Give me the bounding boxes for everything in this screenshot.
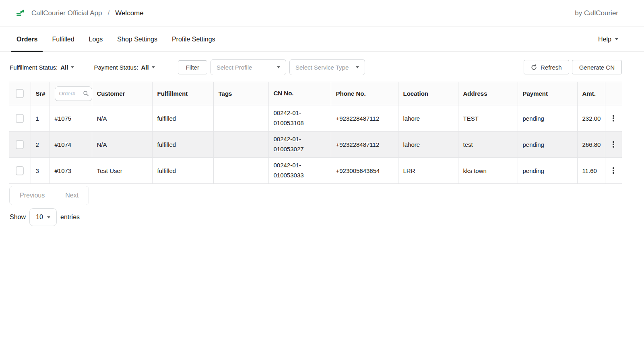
fulfillment-status-label: Fulfillment Status: (10, 64, 58, 71)
chevron-down-icon (71, 66, 74, 68)
cell-fulfillment: fulfilled (152, 158, 213, 184)
row-actions-kebab-icon[interactable] (610, 166, 617, 175)
cell-fulfillment: fulfilled (152, 132, 213, 158)
cell-customer: N/A (92, 105, 152, 132)
tab-profile-settings[interactable]: Profile Settings (167, 27, 221, 51)
generate-cn-label: Generate CN (579, 64, 615, 71)
tab-logs[interactable]: Logs (84, 27, 108, 51)
column-header-phone: Phone No. (331, 82, 398, 105)
column-header-location: Location (398, 82, 458, 105)
select-all-checkbox[interactable] (16, 89, 24, 98)
cell-sr: 3 (31, 158, 50, 184)
table-row: 2 #1074 N/A fulfilled 00242-01-010053027… (9, 132, 622, 158)
cell-customer: Test User (92, 158, 152, 184)
cell-order: #1074 (50, 132, 92, 158)
select-profile-placeholder: Select Profile (217, 64, 252, 71)
chevron-down-icon (152, 66, 155, 68)
cell-amt: 11.60 (577, 158, 605, 184)
cell-phone: +923228487112 (331, 132, 398, 158)
select-service-type-placeholder: Select Service Type (295, 64, 349, 71)
page-size-control: Show 10 entries (10, 208, 644, 226)
select-service-type-dropdown[interactable]: Select Service Type (289, 59, 365, 75)
table-actions: Refresh Generate CN (524, 60, 622, 74)
row-actions-kebab-icon[interactable] (610, 113, 617, 123)
tab-label: Profile Settings (172, 36, 215, 43)
next-button[interactable]: Next (55, 186, 89, 205)
refresh-icon (531, 64, 537, 70)
row-checkbox[interactable] (16, 166, 24, 175)
row-checkbox[interactable] (16, 114, 24, 123)
cell-cn: 00242-01-010053033 (268, 158, 331, 184)
previous-button[interactable]: Previous (10, 186, 55, 205)
cell-tags (213, 158, 268, 184)
page-size-value: 10 (36, 214, 43, 221)
column-header-cn: CN No. (268, 82, 331, 105)
cell-amt: 232.00 (577, 105, 605, 132)
tab-label: Shop Settings (117, 36, 157, 43)
tab-label: Logs (89, 36, 103, 43)
row-actions-kebab-icon[interactable] (610, 140, 617, 149)
cell-amt: 266.80 (577, 132, 605, 158)
column-header-address: Address (458, 82, 518, 105)
cell-address: TEST (458, 105, 518, 132)
entries-label: entries (60, 214, 80, 221)
breadcrumb-separator: / (107, 9, 109, 17)
cell-tags (213, 105, 268, 132)
fulfillment-status-filter[interactable]: Fulfillment Status: All (10, 64, 74, 71)
cell-customer: N/A (92, 132, 152, 158)
cell-address: kks town (458, 158, 518, 184)
chevron-down-icon (277, 66, 280, 68)
cell-order: #1073 (50, 158, 92, 184)
cell-cn: 00242-01-010053027 (268, 132, 331, 158)
order-search-input[interactable] (55, 86, 92, 101)
byline: by CallCourier (575, 9, 618, 17)
chevron-down-icon (356, 66, 359, 68)
orders-table: Sr# Customer Fulfillment Tags CN No. Pho… (9, 82, 622, 184)
tab-fulfilled[interactable]: Fulfilled (47, 27, 79, 51)
page-title: Welcome (115, 9, 144, 17)
tab-label: Fulfilled (52, 36, 74, 43)
table-row: 1 #1075 N/A fulfilled 00242-01-010053108… (9, 105, 622, 132)
filter-row: Fulfillment Status: All Payment Status: … (0, 52, 644, 81)
select-profile-dropdown[interactable]: Select Profile (211, 59, 286, 75)
payment-status-label: Payment Status: (94, 64, 138, 71)
filter-button[interactable]: Filter (178, 60, 207, 74)
cell-payment: pending (518, 158, 577, 184)
cell-location: lahore (398, 105, 458, 132)
cell-payment: pending (518, 105, 577, 132)
refresh-button[interactable]: Refresh (524, 60, 569, 74)
payment-status-filter[interactable]: Payment Status: All (94, 64, 155, 71)
cell-tags (213, 132, 268, 158)
chevron-down-icon (615, 38, 618, 40)
order-search (55, 86, 92, 101)
table-row: 3 #1073 Test User fulfilled 00242-01-010… (9, 158, 622, 184)
generate-cn-button[interactable]: Generate CN (572, 60, 622, 74)
cell-phone: +923228487112 (331, 105, 398, 132)
cell-order: #1075 (50, 105, 92, 132)
tabs-bar: Orders Fulfilled Logs Shop Settings Prof… (0, 27, 644, 52)
column-header-amt: Amt. (577, 82, 605, 105)
cell-sr: 2 (31, 132, 50, 158)
cell-location: lahore (398, 132, 458, 158)
cell-phone: +923005643654 (331, 158, 398, 184)
column-header-tags: Tags (213, 82, 268, 105)
column-header-payment: Payment (518, 82, 577, 105)
tab-shop-settings[interactable]: Shop Settings (112, 27, 163, 51)
cell-cn: 00242-01-010053108 (268, 105, 331, 132)
tab-label: Orders (17, 36, 37, 43)
column-header-customer: Customer (92, 82, 152, 105)
refresh-label: Refresh (541, 64, 562, 71)
cell-address: test (458, 132, 518, 158)
show-label: Show (10, 214, 26, 221)
cell-fulfillment: fulfilled (152, 105, 213, 132)
page-size-select[interactable]: 10 (29, 208, 57, 226)
row-checkbox[interactable] (16, 140, 24, 149)
help-menu[interactable]: Help (598, 27, 618, 51)
tab-orders[interactable]: Orders (11, 27, 43, 51)
app-title: CallCourier Official App (31, 9, 102, 17)
tabs: Orders Fulfilled Logs Shop Settings Prof… (11, 27, 221, 51)
pagination: Previous Next (9, 186, 89, 205)
cell-location: LRR (398, 158, 458, 184)
cell-sr: 1 (31, 105, 50, 132)
callcourier-logo-icon (14, 7, 27, 19)
